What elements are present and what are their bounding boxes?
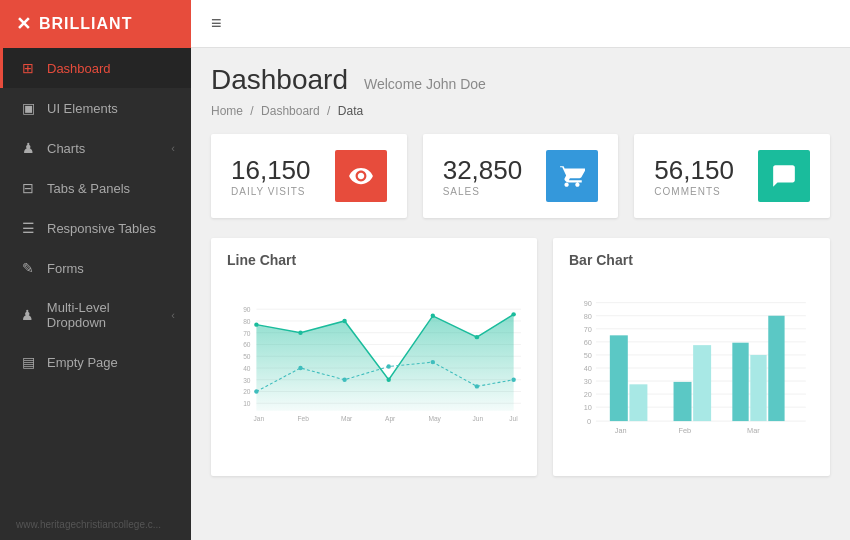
svg-rect-62 xyxy=(674,382,692,421)
sidebar-label-empty-page: Empty Page xyxy=(47,355,118,370)
brand-name: BRILLIANT xyxy=(39,15,132,33)
svg-point-29 xyxy=(386,364,390,368)
line-chart-title: Line Chart xyxy=(227,252,521,268)
svg-rect-61 xyxy=(629,384,647,421)
svg-point-31 xyxy=(475,384,479,388)
stat-icon-visits xyxy=(335,150,387,202)
charts-row: Line Chart 90 80 70 60 50 40 30 20 10 xyxy=(211,238,830,476)
bar-chart-card: Bar Chart 90 80 70 60 50 40 30 20 10 xyxy=(553,238,830,476)
sidebar: ✕ BRILLIANT ⊞ Dashboard ▣ UI Elements ♟ … xyxy=(0,0,191,540)
sidebar-icon-tabs-panels: ⊟ xyxy=(19,180,37,196)
stat-label-comments: COMMENTS xyxy=(654,186,734,197)
svg-point-30 xyxy=(431,360,435,364)
sidebar-icon-multi-dropdown: ♟ xyxy=(19,307,37,323)
stats-row: 16,150 DAILY VISITS 32,850 SALES 56,15 xyxy=(211,134,830,218)
sidebar-label-charts: Charts xyxy=(47,141,85,156)
svg-point-26 xyxy=(254,389,258,393)
svg-text:90: 90 xyxy=(243,306,251,313)
stat-value-visits: 16,150 xyxy=(231,155,311,186)
stat-value-sales: 32,850 xyxy=(443,155,523,186)
sidebar-item-dashboard[interactable]: ⊞ Dashboard xyxy=(0,48,191,88)
stat-value-comments: 56,150 xyxy=(654,155,734,186)
svg-rect-64 xyxy=(732,343,748,421)
svg-point-20 xyxy=(298,331,302,335)
sidebar-header: ✕ BRILLIANT xyxy=(0,0,191,48)
svg-point-25 xyxy=(511,312,515,316)
svg-text:May: May xyxy=(428,415,441,423)
sidebar-label-ui-elements: UI Elements xyxy=(47,101,118,116)
svg-rect-66 xyxy=(768,316,784,421)
svg-text:20: 20 xyxy=(243,388,251,395)
svg-text:20: 20 xyxy=(584,390,592,399)
sidebar-nav: ⊞ Dashboard ▣ UI Elements ♟ Charts ‹ ⊟ T… xyxy=(0,48,191,382)
sidebar-footer: www.heritagechristiancollege.c... xyxy=(0,509,191,540)
sidebar-icon-empty-page: ▤ xyxy=(19,354,37,370)
breadcrumb-dashboard[interactable]: Dashboard xyxy=(261,104,320,118)
line-chart-card: Line Chart 90 80 70 60 50 40 30 20 10 xyxy=(211,238,537,476)
svg-text:40: 40 xyxy=(584,364,592,373)
sidebar-item-multi-dropdown[interactable]: ♟ Multi-Level Dropdown ‹ xyxy=(0,288,191,342)
svg-text:Mar: Mar xyxy=(747,426,760,435)
svg-text:Jun: Jun xyxy=(472,415,483,422)
sidebar-label-forms: Forms xyxy=(47,261,84,276)
bar-chart-title: Bar Chart xyxy=(569,252,814,268)
sidebar-icon-dashboard: ⊞ xyxy=(19,60,37,76)
svg-text:70: 70 xyxy=(243,330,251,337)
sidebar-icon-charts: ♟ xyxy=(19,140,37,156)
content-area: Dashboard Welcome John Doe Home / Dashbo… xyxy=(191,48,850,540)
svg-point-23 xyxy=(431,314,435,318)
sidebar-item-empty-page[interactable]: ▤ Empty Page xyxy=(0,342,191,382)
svg-text:40: 40 xyxy=(243,365,251,372)
svg-text:30: 30 xyxy=(584,377,592,386)
line-chart-container: 90 80 70 60 50 40 30 20 10 xyxy=(227,278,521,462)
sidebar-item-charts[interactable]: ♟ Charts ‹ xyxy=(0,128,191,168)
svg-point-28 xyxy=(342,378,346,382)
chevron-icon-multi-dropdown: ‹ xyxy=(171,309,175,321)
svg-point-24 xyxy=(475,335,479,339)
svg-text:60: 60 xyxy=(584,338,592,347)
sidebar-item-responsive-tables[interactable]: ☰ Responsive Tables xyxy=(0,208,191,248)
breadcrumb-home[interactable]: Home xyxy=(211,104,243,118)
svg-text:Jan: Jan xyxy=(615,426,627,435)
stat-card-comments: 56,150 COMMENTS xyxy=(634,134,830,218)
main-content: ≡ Dashboard Welcome John Doe Home / Dash… xyxy=(191,0,850,540)
page-header: Dashboard Welcome John Doe xyxy=(211,64,830,96)
sidebar-label-responsive-tables: Responsive Tables xyxy=(47,221,156,236)
svg-rect-63 xyxy=(693,345,711,421)
svg-text:70: 70 xyxy=(584,325,592,334)
breadcrumb: Home / Dashboard / Data xyxy=(211,104,830,118)
sidebar-item-forms[interactable]: ✎ Forms xyxy=(0,248,191,288)
svg-text:50: 50 xyxy=(243,353,251,360)
stat-label-sales: SALES xyxy=(443,186,523,197)
svg-text:Apr: Apr xyxy=(385,415,396,423)
svg-text:Feb: Feb xyxy=(298,415,310,422)
svg-text:Mar: Mar xyxy=(341,415,353,422)
stat-info-visits: 16,150 DAILY VISITS xyxy=(231,155,311,197)
svg-text:Feb: Feb xyxy=(678,426,691,435)
svg-text:50: 50 xyxy=(584,351,592,360)
hamburger-icon[interactable]: ≡ xyxy=(211,13,222,34)
sidebar-item-ui-elements[interactable]: ▣ UI Elements xyxy=(0,88,191,128)
svg-text:80: 80 xyxy=(243,318,251,325)
sidebar-label-dashboard: Dashboard xyxy=(47,61,111,76)
topbar: ≡ xyxy=(191,0,850,48)
line-chart-svg: 90 80 70 60 50 40 30 20 10 xyxy=(227,278,521,458)
breadcrumb-current: Data xyxy=(338,104,363,118)
sidebar-icon-ui-elements: ▣ xyxy=(19,100,37,116)
svg-rect-65 xyxy=(750,355,766,421)
svg-text:Jul: Jul xyxy=(509,415,518,422)
svg-point-32 xyxy=(511,378,515,382)
stat-label-visits: DAILY VISITS xyxy=(231,186,311,197)
chevron-icon-charts: ‹ xyxy=(171,142,175,154)
breadcrumb-sep1: / xyxy=(250,104,253,118)
svg-text:60: 60 xyxy=(243,341,251,348)
page-title: Dashboard xyxy=(211,64,348,96)
svg-text:10: 10 xyxy=(243,400,251,407)
sidebar-item-tabs-panels[interactable]: ⊟ Tabs & Panels xyxy=(0,168,191,208)
sidebar-icon-responsive-tables: ☰ xyxy=(19,220,37,236)
bar-chart-svg: 90 80 70 60 50 40 30 20 10 0 xyxy=(569,278,814,458)
svg-point-21 xyxy=(342,319,346,323)
breadcrumb-sep2: / xyxy=(327,104,330,118)
sidebar-icon-forms: ✎ xyxy=(19,260,37,276)
stat-icon-sales xyxy=(546,150,598,202)
